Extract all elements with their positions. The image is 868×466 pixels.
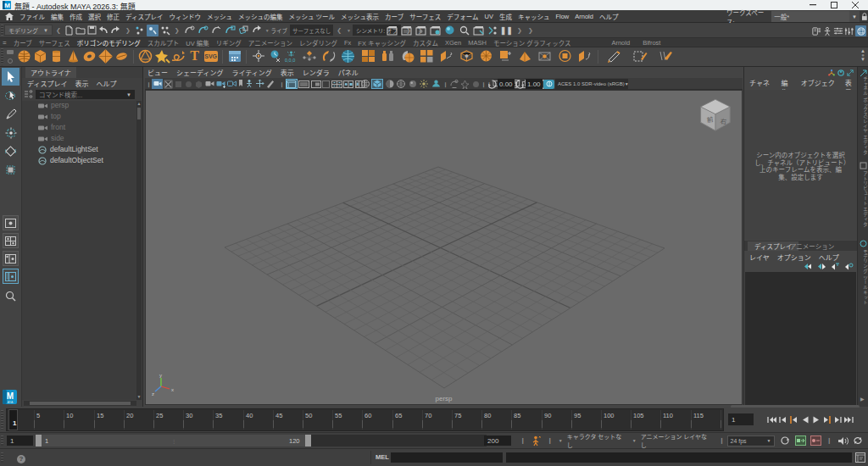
svg-text:0,0,0: 0,0,0 bbox=[285, 58, 295, 63]
svg-text:M: M bbox=[7, 391, 14, 401]
svg-text:y: y bbox=[159, 373, 162, 378]
svg-text:AYA: AYA bbox=[8, 401, 14, 404]
svg-text:M: M bbox=[4, 2, 10, 9]
svg-text:x: x bbox=[171, 387, 174, 392]
